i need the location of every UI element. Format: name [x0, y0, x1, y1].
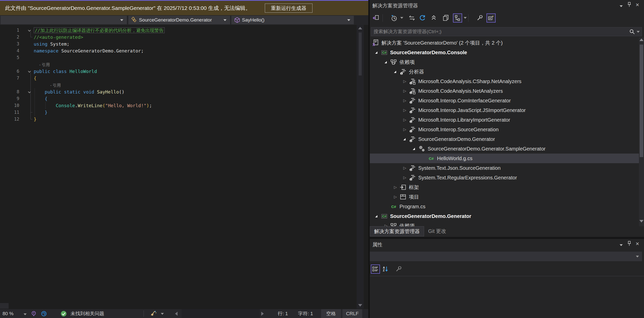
close-icon[interactable]: ×: [634, 240, 641, 246]
codelens-row[interactable]: - 引用: [0, 82, 357, 88]
codelens-row[interactable]: - 引用: [0, 61, 357, 68]
tree-item[interactable]: 依赖项: [370, 57, 644, 67]
code-line-8[interactable]: 8 public static void SayHello(): [0, 88, 357, 95]
code-line-10[interactable]: 10 Console.WriteLine("Hello, World!");: [0, 102, 357, 109]
code-line-1[interactable]: 1//加上此行以防止编译器进行不必要的代码分析，避免出现警告: [0, 27, 357, 34]
codelens-references[interactable]: - 引用: [39, 63, 50, 67]
preview-selected-items-icon[interactable]: [486, 13, 496, 23]
code-editor[interactable]: 1//加上此行以防止编译器进行不必要的代码分析，避免出现警告2//<auto-g…: [0, 25, 368, 309]
collapsed-arrow-icon[interactable]: ▷: [403, 127, 409, 132]
sync-with-active-document-icon[interactable]: [407, 13, 416, 23]
search-icon[interactable]: [629, 29, 635, 35]
tree-item[interactable]: ▷Microsoft.Interop.JavaScript.JSImportGe…: [370, 105, 644, 115]
code-line-9[interactable]: 9 {: [0, 95, 357, 102]
switch-views-icon[interactable]: [371, 13, 380, 23]
tree-item[interactable]: C#SourceGeneratorDemo.Generator: [370, 211, 644, 221]
code-line-2[interactable]: 2//<auto-generated>: [0, 34, 357, 41]
tree-item[interactable]: C#Program.cs: [370, 202, 644, 211]
fold-chevron-icon[interactable]: [28, 70, 31, 72]
scroll-up-arrow[interactable]: [639, 39, 643, 41]
expanded-arrow-icon[interactable]: [413, 148, 415, 150]
code-line-12[interactable]: 12}: [0, 116, 357, 123]
code-line-3[interactable]: 3using System;: [0, 41, 357, 47]
editor-vertical-scrollbar[interactable]: [357, 25, 364, 309]
code-line-11[interactable]: 11 }: [0, 109, 357, 116]
expanded-arrow-icon[interactable]: [375, 51, 377, 54]
scroll-right-arrow[interactable]: [261, 312, 264, 316]
tab-solution-explorer[interactable]: 解决方案资源管理器: [370, 226, 424, 236]
fold-chevron-icon[interactable]: [28, 29, 31, 31]
rerun-generator-button[interactable]: 重新运行生成器: [265, 4, 312, 13]
member-dropdown[interactable]: SayHello(): [231, 16, 354, 24]
window-position-caret[interactable]: [618, 3, 624, 8]
collapsed-arrow-icon[interactable]: ▷: [394, 185, 399, 190]
expanded-arrow-icon[interactable]: [403, 138, 406, 140]
collapsed-arrow-icon[interactable]: ▷: [394, 195, 399, 199]
tree-item[interactable]: ▷System.Text.Json.SourceGeneration: [370, 163, 644, 173]
window-position-caret[interactable]: [618, 241, 624, 247]
tree-item[interactable]: SourceGeneratorDemo.Generator: [370, 134, 644, 144]
scroll-up-arrow[interactable]: [358, 27, 362, 29]
collapsed-arrow-icon[interactable]: ▷: [403, 89, 409, 93]
intellicode-icon[interactable]: [30, 310, 37, 318]
tree-item[interactable]: ▷Microsoft.Interop.SourceGeneration: [370, 125, 644, 134]
collapsed-arrow-icon[interactable]: ▷: [403, 79, 409, 84]
line-indicator[interactable]: 行: 1: [278, 309, 288, 318]
show-all-files-icon[interactable]: [441, 13, 450, 23]
code-cleanup-broom-icon[interactable]: [150, 310, 157, 318]
tree-item[interactable]: 解决方案 'SourceGeneratorDemo' (2 个项目，共 2 个): [370, 38, 644, 48]
type-dropdown[interactable]: SourceGeneratorDemo.Generator: [128, 16, 230, 24]
sort-alphabetical-icon[interactable]: AZ: [381, 265, 390, 274]
refresh-icon[interactable]: [418, 13, 427, 23]
chevron-down-icon[interactable]: [400, 17, 403, 19]
property-pages-wrench-icon[interactable]: [394, 265, 403, 274]
chevron-down-icon[interactable]: [637, 31, 640, 33]
tree-item[interactable]: ▷System.Text.RegularExpressions.Generato…: [370, 173, 644, 182]
tab-git-changes[interactable]: Git 更改: [424, 226, 450, 236]
categorized-icon[interactable]: [371, 265, 380, 274]
pin-icon[interactable]: [626, 2, 633, 7]
collapsed-arrow-icon[interactable]: ▷: [403, 108, 409, 113]
zoom-control[interactable]: 80 %: [3, 309, 27, 318]
collapsed-arrow-icon[interactable]: ▷: [403, 118, 409, 122]
code-line-7[interactable]: 7{: [0, 75, 357, 82]
scrollbar-thumb[interactable]: [359, 32, 362, 76]
collapsed-arrow-icon[interactable]: ▷: [403, 175, 409, 180]
properties-object-combobox[interactable]: [370, 252, 642, 261]
pin-icon[interactable]: [626, 240, 633, 246]
code-line-4[interactable]: 4namespace SourceGeneratorDemo.Generator…: [0, 47, 357, 54]
file-nesting-icon[interactable]: [453, 13, 462, 23]
scroll-down-arrow[interactable]: [639, 220, 643, 222]
search-input[interactable]: 搜索解决方案资源管理器(Ctrl+;): [371, 27, 642, 36]
properties-wrench-icon[interactable]: [475, 13, 484, 23]
editor-horizontal-scrollbar[interactable]: [182, 309, 260, 318]
scrollbar-thumb[interactable]: [640, 45, 643, 157]
chevron-down-icon[interactable]: [464, 17, 467, 19]
tree-item[interactable]: C#SourceGeneratorDemo.Console: [370, 48, 644, 57]
expanded-arrow-icon[interactable]: [394, 71, 396, 73]
tree-item[interactable]: ▷框架: [370, 182, 644, 192]
code-line-5[interactable]: 5: [0, 54, 357, 61]
health-check-icon[interactable]: [60, 310, 67, 318]
project-dropdown[interactable]: [1, 16, 127, 24]
scroll-down-arrow[interactable]: [358, 304, 362, 307]
tree-item[interactable]: ▷Microsoft.CodeAnalysis.CSharp.NetAnalyz…: [370, 77, 644, 86]
panel-splitter[interactable]: [370, 237, 644, 239]
collapsed-arrow-icon[interactable]: ▷: [403, 166, 409, 170]
collapsed-arrow-icon[interactable]: ▷: [385, 223, 390, 226]
line-ending-indicator[interactable]: CRLF: [342, 309, 362, 318]
tree-item[interactable]: ▷Microsoft.Interop.ComInterfaceGenerator: [370, 96, 644, 105]
pending-changes-filter-icon[interactable]: [390, 13, 399, 23]
chevron-down-icon[interactable]: [161, 313, 164, 315]
close-icon[interactable]: ×: [634, 1, 641, 7]
tree-item[interactable]: 分析器: [370, 67, 644, 77]
collapsed-arrow-icon[interactable]: ▷: [403, 98, 409, 103]
tree-vertical-scrollbar[interactable]: [639, 38, 644, 226]
expanded-arrow-icon[interactable]: [385, 61, 387, 63]
code-line-6[interactable]: 6public class HelloWorld: [0, 68, 357, 75]
expanded-arrow-icon[interactable]: [375, 215, 377, 217]
tree-item[interactable]: C#HelloWorld.g.cs: [370, 154, 644, 163]
collapse-all-icon[interactable]: [429, 13, 438, 23]
scroll-left-arrow[interactable]: [175, 312, 178, 316]
tree-item[interactable]: ▷依赖项: [370, 221, 644, 226]
